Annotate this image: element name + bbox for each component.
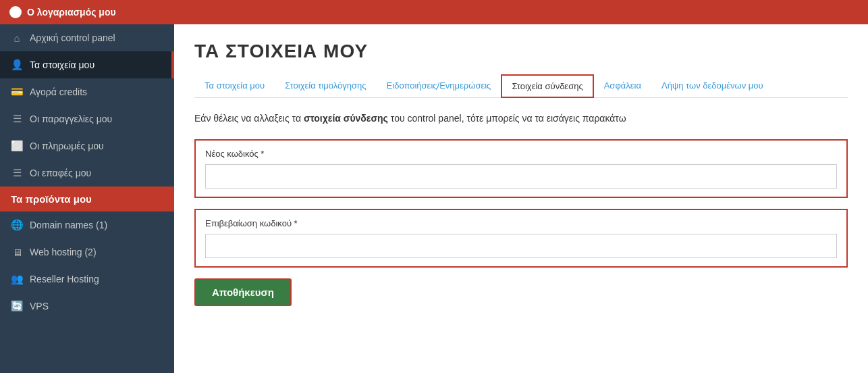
sidebar-item-contacts[interactable]: Οι επαφές μου — [0, 159, 174, 186]
confirm-password-input[interactable] — [205, 234, 837, 258]
tab-security[interactable]: Ασφάλεια — [594, 74, 651, 98]
tab-data-download[interactable]: Λήψη των δεδομένων μου — [651, 74, 774, 98]
confirm-password-group: Επιβεβαίωση κωδικού * — [194, 209, 848, 268]
description-prefix: Εάν θέλεις να αλλαξεις τα — [194, 113, 304, 124]
sidebar-item-vps[interactable]: VPS — [0, 293, 174, 320]
sidebar: Αρχική control panel Τα στοιχεία μου Αγο… — [0, 24, 174, 373]
hosting-icon — [11, 246, 23, 258]
sidebar-item-web-hosting[interactable]: Web hosting (2) — [0, 239, 174, 266]
sidebar-label-payments: Οι πληρωμές μου — [30, 141, 104, 151]
credits-icon — [11, 86, 23, 98]
reseller-icon — [11, 273, 23, 285]
new-password-input[interactable] — [205, 164, 837, 189]
sidebar-label-contacts: Οι επαφές μου — [30, 168, 91, 178]
sidebar-label-credits: Αγορά credits — [30, 86, 87, 97]
sidebar-item-home[interactable]: Αρχική control panel — [0, 24, 174, 51]
confirm-password-label: Επιβεβαίωση κωδικού * — [205, 218, 837, 228]
tab-billing-details[interactable]: Στοιχεία τιμολόγησης — [275, 74, 376, 98]
sidebar-item-orders[interactable]: Οι παραγγελίες μου — [0, 105, 174, 132]
tab-notifications[interactable]: Ειδοποιήσεις/Ενημερώσεις — [377, 74, 501, 98]
sidebar-item-payments[interactable]: Οι πληρωμές μου — [0, 132, 174, 159]
description-suffix: του control panel, τότε μπορείς να τα ει… — [388, 113, 626, 124]
orders-icon — [11, 113, 23, 125]
tabs-bar: Τα στοιχεία μου Στοιχεία τιμολόγησης Ειδ… — [194, 74, 848, 98]
tab-my-details[interactable]: Τα στοιχεία μου — [194, 74, 275, 98]
account-icon — [9, 6, 22, 18]
vps-icon — [11, 300, 23, 312]
sidebar-label-home: Αρχική control panel — [30, 32, 115, 43]
sidebar-label-my-details: Τα στοιχεία μου — [30, 59, 94, 70]
layout: Αρχική control panel Τα στοιχεία μου Αγο… — [0, 24, 868, 373]
top-bar: Ο λογαριασμός μου — [0, 0, 868, 24]
sidebar-label-domain-names: Domain names (1) — [30, 220, 107, 230]
home-icon — [11, 32, 23, 44]
contacts-icon — [11, 167, 23, 179]
save-button[interactable]: Αποθήκευση — [194, 278, 292, 306]
sidebar-label-reseller-hosting: Reseller Hosting — [30, 274, 99, 284]
tab-connection-details[interactable]: Στοιχεία σύνδεσης — [501, 74, 593, 98]
products-section-header: Τα προϊόντα μου — [0, 186, 174, 212]
domain-icon — [11, 219, 23, 231]
main-content: ΤΑ ΣΤΟΙΧΕΙΑ ΜΟΥ Τα στοιχεία μου Στοιχεία… — [174, 24, 868, 373]
sidebar-item-domain-names[interactable]: Domain names (1) — [0, 212, 174, 239]
sidebar-label-web-hosting: Web hosting (2) — [30, 247, 97, 257]
description-bold: στοιχεία σύνδεσης — [304, 113, 388, 124]
sidebar-item-credits[interactable]: Αγορά credits — [0, 78, 174, 105]
sidebar-label-orders: Οι παραγγελίες μου — [30, 114, 112, 124]
payments-icon — [11, 140, 23, 152]
user-icon — [11, 59, 23, 71]
top-bar-label: Ο λογαριασμός μου — [27, 7, 116, 18]
page-title: ΤΑ ΣΤΟΙΧΕΙΑ ΜΟΥ — [194, 41, 848, 62]
sidebar-label-vps: VPS — [30, 301, 49, 312]
description-text: Εάν θέλεις να αλλαξεις τα στοιχεία σύνδε… — [194, 111, 848, 126]
sidebar-item-my-details[interactable]: Τα στοιχεία μου — [0, 51, 174, 78]
new-password-label: Νέος κωδικός * — [205, 149, 837, 159]
new-password-group: Νέος κωδικός * — [194, 139, 848, 198]
sidebar-item-reseller-hosting[interactable]: Reseller Hosting — [0, 266, 174, 293]
